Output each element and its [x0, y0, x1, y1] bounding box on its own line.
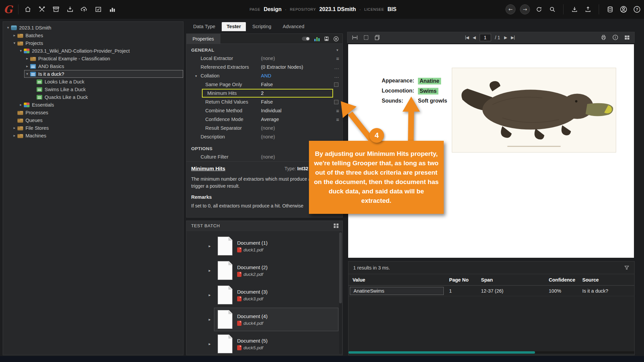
- property-row-confidence-mode[interactable]: Confidence Mode Average ≡: [186, 115, 342, 124]
- previous-page-button[interactable]: ◀: [473, 35, 475, 40]
- page-number-input[interactable]: 1: [480, 34, 491, 41]
- property-row-local-extractor[interactable]: Local Extractor (none) ≡: [186, 54, 342, 63]
- menu-icon[interactable]: ≡: [336, 117, 339, 122]
- property-value[interactable]: (none): [261, 154, 275, 160]
- property-value[interactable]: (none): [261, 125, 275, 131]
- property-row-referenced-extractors[interactable]: Referenced Extractors (0 Extractor Nodes…: [186, 63, 342, 71]
- property-row-same-page-only[interactable]: Same Page Only False: [186, 80, 342, 89]
- property-row-minimum-hits[interactable]: Minimum Hits 2: [202, 89, 333, 98]
- next-page-button[interactable]: ▶: [504, 35, 507, 40]
- document-item[interactable]: Document (5) duck5.pdf: [214, 332, 338, 355]
- column-header-page-no[interactable]: Page No: [449, 277, 481, 283]
- horizontal-scrollbar[interactable]: [348, 351, 634, 354]
- column-header-source[interactable]: Source: [582, 277, 634, 283]
- scrollbar-thumb[interactable]: [339, 232, 342, 303]
- scrollbar-thumb[interactable]: [348, 351, 535, 354]
- tab-scripting[interactable]: Scripting: [247, 22, 276, 31]
- tree-item-quacks-like-a-duck[interactable]: Quacks Like a Duck: [3, 93, 183, 101]
- ellipsis-icon[interactable]: …: [334, 73, 339, 79]
- page-value[interactable]: Design: [264, 6, 281, 12]
- back-button[interactable]: ←: [505, 4, 516, 14]
- fit-width-icon[interactable]: [352, 35, 358, 41]
- expander-collapsed-icon[interactable]: ▸: [11, 126, 17, 130]
- document-item[interactable]: Document (4) duck4.pdf: [214, 308, 338, 331]
- expander-collapsed-icon[interactable]: ▸: [18, 103, 24, 107]
- tree-item-machines[interactable]: ▸ Machines: [3, 132, 183, 139]
- expander-collapsed-icon[interactable]: ▸: [205, 342, 214, 346]
- section-general[interactable]: GENERAL ▾: [186, 44, 342, 54]
- result-row[interactable]: AnatineSwims 1 12-37 (26) 100% Is it a d…: [348, 286, 634, 296]
- expander-collapsed-icon[interactable]: ▸: [24, 64, 30, 68]
- diagnostics-chart-icon[interactable]: [314, 36, 320, 42]
- tree-item-looks-like-a-duck[interactable]: Looks Like a Duck: [3, 78, 183, 85]
- property-value[interactable]: False: [261, 99, 273, 105]
- property-value[interactable]: (none): [261, 134, 275, 139]
- toggle-icon[interactable]: [302, 36, 310, 41]
- tab-advanced[interactable]: Advanced: [278, 22, 310, 31]
- expander-collapsed-icon[interactable]: ▸: [205, 268, 214, 273]
- checkbox-icon[interactable]: [334, 82, 338, 87]
- property-value[interactable]: False: [261, 82, 273, 87]
- expander-collapsed-icon[interactable]: ▸: [11, 133, 17, 138]
- expander-collapsed-icon[interactable]: ▸: [24, 56, 30, 61]
- field-value[interactable]: Anatine: [418, 78, 441, 84]
- cloud-upload-icon[interactable]: [79, 5, 89, 14]
- first-page-button[interactable]: |◀: [465, 35, 469, 40]
- property-value[interactable]: AND: [261, 73, 271, 78]
- property-value[interactable]: 2: [261, 90, 264, 96]
- property-row-description[interactable]: Description (none): [186, 132, 342, 141]
- tree-item-2023-1-dsmith[interactable]: ▾ 2023.1 DSmith: [3, 24, 183, 32]
- last-page-button[interactable]: ▶|: [511, 35, 515, 40]
- tree-item-practical-example-classification[interactable]: ▸ Practical Example - Classification: [3, 55, 183, 62]
- expander-collapsed-icon[interactable]: ▸: [205, 293, 214, 297]
- checkbox-icon[interactable]: [334, 100, 338, 104]
- tree-item-file-stores[interactable]: ▸ File Stores: [3, 124, 183, 132]
- property-row-result-separator[interactable]: Result Separator (none): [186, 124, 342, 132]
- user-account-icon[interactable]: [619, 5, 628, 14]
- tree-item-essentials[interactable]: ▸ Essentials: [3, 101, 183, 109]
- field-value[interactable]: Swims: [418, 88, 438, 95]
- property-row-return-child-values[interactable]: Return Child Values False: [186, 98, 342, 106]
- info-icon[interactable]: [612, 34, 619, 41]
- batch-check-icon[interactable]: [94, 5, 103, 14]
- tree-item-queues[interactable]: Queues: [3, 116, 183, 124]
- help-icon[interactable]: ?: [632, 5, 641, 14]
- bar-chart-icon[interactable]: [108, 5, 117, 14]
- property-row-combine-method[interactable]: Combine Method Individual ≡: [186, 106, 342, 115]
- repository-value[interactable]: 2023.1 DSmith: [319, 6, 356, 12]
- tools-icon[interactable]: [37, 5, 46, 14]
- result-value[interactable]: AnatineSwims: [350, 287, 444, 295]
- expander-expanded-icon[interactable]: ▾: [18, 49, 24, 53]
- chevron-down-icon[interactable]: ▾: [336, 48, 338, 52]
- column-header-confidence[interactable]: Confidence: [549, 277, 582, 283]
- refresh-icon[interactable]: [534, 5, 543, 14]
- menu-icon[interactable]: ≡: [336, 108, 339, 114]
- copy-pages-icon[interactable]: [374, 35, 380, 41]
- close-icon[interactable]: [333, 36, 339, 42]
- column-header-span[interactable]: Span: [481, 277, 549, 283]
- region-select-icon[interactable]: [363, 35, 369, 41]
- property-value[interactable]: (0 Extractor Nodes): [261, 64, 303, 70]
- tree-item-processes[interactable]: Processes: [3, 109, 183, 116]
- expander-expanded-icon[interactable]: ▾: [5, 25, 11, 30]
- tab-tester[interactable]: Tester: [222, 22, 246, 31]
- print-icon[interactable]: [600, 35, 607, 41]
- column-header-value[interactable]: Value: [348, 277, 449, 283]
- upload-icon[interactable]: [583, 5, 592, 14]
- property-value[interactable]: (none): [261, 56, 275, 61]
- property-value[interactable]: Individual: [261, 108, 281, 113]
- filter-funnel-icon[interactable]: [624, 265, 630, 270]
- expander-expanded-icon[interactable]: ▾: [24, 72, 30, 76]
- property-row-collation[interactable]: ▾ Collation AND …: [186, 71, 342, 80]
- tree-item-2023-1-wiki-and-collation-provider-project[interactable]: ▾ 2023.1_Wiki_AND-Collation-Provider_Pro…: [3, 47, 183, 55]
- properties-tab[interactable]: Properties: [186, 34, 220, 44]
- import-box-icon[interactable]: [65, 5, 74, 14]
- view-options-icon[interactable]: [624, 35, 630, 41]
- property-value[interactable]: Average: [261, 117, 279, 122]
- download-icon[interactable]: [570, 5, 579, 14]
- expander-expanded-icon[interactable]: ▾: [11, 41, 17, 45]
- forward-button[interactable]: →: [520, 4, 530, 14]
- database-stack-icon[interactable]: [605, 5, 614, 14]
- document-item[interactable]: Document (3) duck3.pdf: [214, 283, 338, 307]
- ellipsis-icon[interactable]: …: [334, 64, 339, 70]
